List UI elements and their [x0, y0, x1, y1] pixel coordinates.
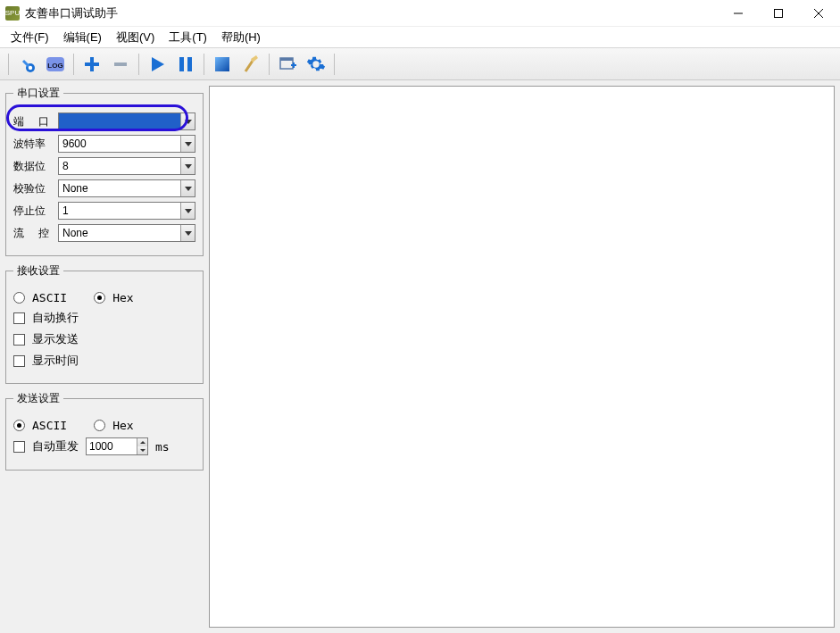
left-panel: 串口设置 端 口 波特率 9600 数据位 8 [5, 86, 204, 628]
recv-ascii-label: ASCII [32, 291, 67, 304]
add-button[interactable] [79, 52, 105, 77]
recv-showtime-label: 显示时间 [32, 353, 79, 369]
baud-label: 波特率 [13, 137, 53, 152]
recv-hex-label: Hex [112, 291, 133, 304]
parity-label: 校验位 [13, 181, 53, 196]
play-icon [148, 55, 166, 73]
screen-button[interactable] [209, 52, 236, 77]
log-button[interactable]: LOG [42, 52, 69, 77]
baud-combo[interactable]: 9600 [58, 135, 195, 153]
baud-value: 9600 [59, 136, 180, 152]
port-label: 端 口 [13, 114, 53, 129]
toolbar: LOG [0, 48, 840, 80]
databits-combo[interactable]: 8 [58, 157, 195, 175]
menu-edit[interactable]: 编辑(E) [56, 28, 109, 47]
serial-settings-legend: 串口设置 [13, 86, 63, 101]
send-interval-spin[interactable] [86, 437, 148, 455]
chevron-down-icon [180, 136, 195, 152]
send-settings-legend: 发送设置 [13, 391, 63, 406]
window-plus-icon [279, 55, 296, 73]
stopbits-value: 1 [59, 203, 180, 219]
flow-combo[interactable]: None [58, 224, 195, 242]
screen-icon [213, 55, 231, 73]
remove-button[interactable] [107, 52, 134, 77]
send-auto-label: 自动重发 [32, 438, 79, 454]
databits-label: 数据位 [13, 159, 53, 174]
recv-showsend-check[interactable] [13, 334, 25, 346]
send-hex-radio[interactable] [94, 420, 105, 431]
svg-point-5 [29, 65, 32, 69]
send-hex-label: Hex [112, 419, 133, 432]
maximize-icon [774, 9, 783, 18]
chevron-down-icon [180, 203, 195, 219]
svg-rect-10 [114, 62, 127, 66]
svg-rect-9 [85, 62, 99, 66]
spin-up-icon[interactable] [137, 438, 147, 446]
port-value [59, 113, 180, 129]
databits-value: 8 [59, 158, 180, 174]
clear-button[interactable] [237, 52, 264, 77]
recv-ascii-radio[interactable] [13, 292, 25, 304]
close-icon [814, 9, 823, 18]
serial-settings-group: 串口设置 端 口 波特率 9600 数据位 8 [5, 86, 204, 256]
menu-file[interactable]: 文件(F) [4, 28, 56, 47]
recv-showtime-check[interactable] [13, 355, 25, 367]
stopbits-combo[interactable]: 1 [58, 202, 195, 220]
settings-button[interactable] [303, 52, 329, 77]
menu-tools[interactable]: 工具(T) [162, 28, 214, 47]
recv-wrap-label: 自动换行 [32, 310, 79, 326]
pause-button[interactable] [172, 52, 199, 77]
send-auto-check[interactable] [13, 441, 25, 453]
plug-icon [18, 55, 36, 73]
port-combo[interactable] [58, 112, 195, 130]
minimize-icon [734, 9, 743, 18]
svg-rect-1 [774, 9, 782, 17]
menu-view[interactable]: 视图(V) [109, 28, 162, 47]
newwin-button[interactable] [274, 52, 301, 77]
app-icon: SPU [5, 6, 20, 21]
close-button[interactable] [798, 1, 838, 26]
window-title: 友善串口调试助手 [25, 5, 118, 21]
minus-icon [112, 55, 129, 73]
send-interval-unit: ms [155, 440, 170, 454]
chevron-down-icon [180, 158, 195, 174]
menubar: 文件(F) 编辑(E) 视图(V) 工具(T) 帮助(H) [0, 27, 840, 48]
send-interval-input[interactable] [87, 438, 137, 454]
parity-combo[interactable]: None [58, 179, 195, 197]
recv-settings-group: 接收设置 ASCII Hex 自动换行 显示发送 显示时间 [5, 263, 204, 384]
svg-rect-17 [280, 58, 293, 61]
log-icon: LOG [46, 54, 65, 74]
svg-rect-14 [215, 57, 229, 71]
connect-button[interactable] [13, 52, 40, 77]
recv-showsend-label: 显示发送 [32, 331, 79, 347]
maximize-button[interactable] [758, 1, 798, 26]
svg-rect-12 [179, 57, 184, 71]
flow-label: 流 控 [13, 226, 53, 241]
chevron-down-icon [180, 180, 195, 196]
send-ascii-label: ASCII [32, 419, 67, 432]
pause-icon [177, 55, 195, 73]
flow-value: None [59, 225, 180, 241]
spin-down-icon[interactable] [137, 446, 147, 454]
send-ascii-radio[interactable] [13, 420, 25, 431]
menu-help[interactable]: 帮助(H) [214, 28, 268, 47]
svg-rect-13 [187, 57, 192, 71]
svg-marker-11 [152, 57, 164, 71]
stopbits-label: 停止位 [13, 204, 53, 219]
minimize-button[interactable] [718, 1, 758, 26]
recv-settings-legend: 接收设置 [13, 263, 63, 279]
content: 串口设置 端 口 波特率 9600 数据位 8 [0, 80, 840, 633]
titlebar: SPU 友善串口调试助手 [0, 0, 840, 27]
recv-hex-radio[interactable] [94, 292, 105, 304]
play-button[interactable] [144, 52, 170, 77]
broom-icon [242, 55, 260, 73]
output-area[interactable] [209, 86, 835, 628]
send-settings-group: 发送设置 ASCII Hex 自动重发 ms [5, 391, 204, 471]
svg-text:LOG: LOG [47, 62, 62, 70]
gear-icon [306, 54, 326, 74]
chevron-down-icon [180, 225, 195, 241]
chevron-down-icon [180, 113, 195, 129]
parity-value: None [59, 180, 180, 196]
recv-wrap-check[interactable] [13, 312, 25, 324]
plus-icon [83, 55, 101, 73]
